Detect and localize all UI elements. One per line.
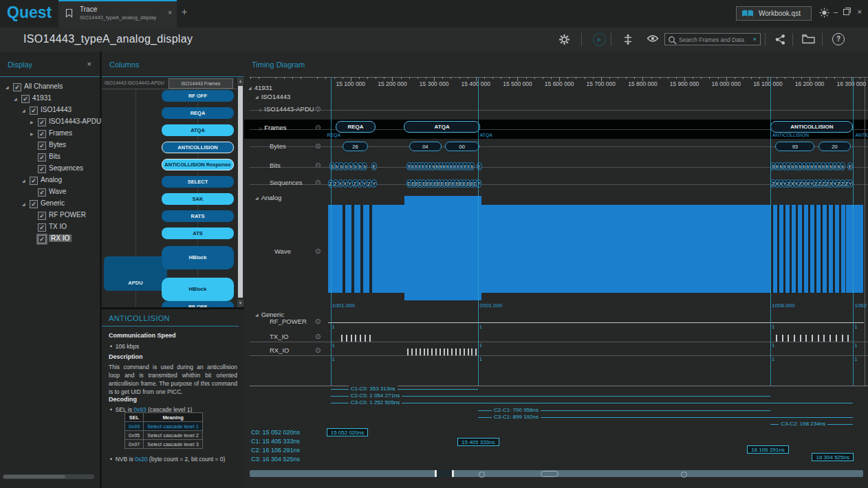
group-analog[interactable]: ◢Analog xyxy=(255,194,281,201)
tree-item-rx-io[interactable]: ✓RX IO xyxy=(0,234,100,245)
cursor-line-c3[interactable] xyxy=(853,78,854,386)
chip-select[interactable]: SELECT xyxy=(162,176,234,188)
theme-icon[interactable] xyxy=(819,8,829,18)
tree-item-all-channels[interactable]: ◢✓All Channels xyxy=(0,82,100,93)
tree-item-wave[interactable]: ✓Wave xyxy=(0,187,100,199)
expander-closed-icon[interactable]: ▶ xyxy=(30,131,34,136)
chip-rf-off[interactable]: RF OFF xyxy=(162,90,234,102)
frame-atqa[interactable]: ATQA xyxy=(404,121,479,133)
help-icon[interactable]: ? xyxy=(832,33,845,45)
expander-closed-icon[interactable]: ▶ xyxy=(30,120,34,124)
checkbox[interactable]: ✓ xyxy=(38,223,46,232)
checkbox[interactable]: ✓ xyxy=(38,212,46,220)
chip-reqa[interactable]: REQA xyxy=(162,107,234,119)
row-label-apdu[interactable]: ▷ ISO14443-APDU xyxy=(259,105,314,113)
display-horizontal-scrollbar[interactable] xyxy=(3,474,94,479)
chip-anticollision-response[interactable]: ANTICOLLISION Response xyxy=(162,159,234,170)
scrollbar-thumb[interactable] xyxy=(238,86,243,298)
tree-item-analog[interactable]: ◢✓Analog xyxy=(0,175,100,187)
tree-item-generic[interactable]: ◢✓Generic xyxy=(0,199,100,210)
row-label-bits[interactable]: Bits xyxy=(270,162,281,169)
row-label-sequences[interactable]: Sequences xyxy=(270,179,303,186)
chip-apdu[interactable]: APDU xyxy=(104,256,167,291)
tree-item-rf-power[interactable]: ✓RF POWER xyxy=(0,210,100,222)
byte-capsule[interactable]: 00 xyxy=(445,142,479,151)
expander-open-icon[interactable]: ◢ xyxy=(22,178,25,183)
group-channel[interactable]: ◢41931 xyxy=(248,84,272,91)
checkbox[interactable]: ✓ xyxy=(38,153,46,162)
expander-open-icon[interactable]: ◢ xyxy=(14,96,17,101)
tree-item-bits[interactable]: ✓Bits xyxy=(0,152,100,164)
search-clear-icon[interactable]: × xyxy=(753,36,757,43)
checkbox[interactable]: ✓ xyxy=(38,142,46,150)
column-header-frames[interactable]: ISO14443 Frames xyxy=(169,78,233,89)
timing-canvas[interactable]: 15 100 00015 200 00015 300 00015 400 000… xyxy=(250,76,868,488)
cursor-line-c0[interactable] xyxy=(331,78,332,386)
tree-item-iso14443-apdu[interactable]: ▶✓ISO14443-APDU xyxy=(0,117,100,129)
visibility-eye-icon[interactable] xyxy=(647,34,659,43)
navigator-handle-circle[interactable] xyxy=(681,472,687,478)
chip-hblock[interactable]: HBlock xyxy=(162,278,234,301)
checkbox[interactable]: ✓ xyxy=(38,235,46,243)
new-tab-button[interactable]: + xyxy=(182,6,187,17)
row-label-rf-power[interactable]: RF_POWER xyxy=(270,318,307,325)
row-label-bytes[interactable]: Bytes xyxy=(270,142,286,150)
tree-item-tx-io[interactable]: ✓TX IO xyxy=(0,222,100,234)
column-header-apdu[interactable]: ISO14443 ISO14443-APDU xyxy=(105,80,164,85)
share-fork-icon[interactable] xyxy=(774,34,786,45)
timeline-navigator[interactable] xyxy=(250,470,863,477)
tab-trace[interactable]: Trace ISO14443_typeA_analog_display × xyxy=(58,0,177,27)
tree-item-iso14443[interactable]: ◢✓ISO14443 xyxy=(0,105,100,117)
close-window-button[interactable]: × xyxy=(858,8,862,16)
checkbox[interactable]: ✓ xyxy=(38,188,46,197)
row-label-tx-io[interactable]: TX_IO xyxy=(270,333,288,340)
frame-reqa[interactable]: REQA xyxy=(336,121,376,133)
group-protocol[interactable]: ◢ISO14443 xyxy=(255,93,290,100)
workbook-button[interactable]: Workbook.qst xyxy=(736,6,812,21)
checkbox[interactable]: ✓ xyxy=(38,118,46,126)
byte-capsule[interactable]: 93 xyxy=(775,142,814,151)
tree-item-bytes[interactable]: ✓Bytes xyxy=(0,140,100,152)
chip-ats[interactable]: ATS xyxy=(162,228,234,239)
display-panel-close-icon[interactable]: × xyxy=(87,60,91,68)
tree-item-frames[interactable]: ▶✓Frames xyxy=(0,129,100,140)
navigator-handle-pill[interactable] xyxy=(541,471,558,477)
restore-button[interactable] xyxy=(843,9,849,15)
cursor-line-c2[interactable] xyxy=(770,78,771,386)
chip-hblock[interactable]: HBlock xyxy=(162,246,234,269)
navigator-window[interactable] xyxy=(435,470,454,477)
frame-anticollision[interactable]: ANTICOLLISION xyxy=(770,121,853,133)
expander-open-icon[interactable]: ◢ xyxy=(22,201,25,206)
checkbox[interactable]: ✓ xyxy=(21,95,30,103)
scroll-up-icon[interactable]: ▲ xyxy=(237,78,243,85)
byte-capsule[interactable]: 20 xyxy=(818,142,850,151)
chip-anticollision[interactable]: ANTICOLLISION xyxy=(162,142,234,153)
checkbox[interactable]: ✓ xyxy=(38,165,46,173)
minimize-button[interactable]: – xyxy=(834,8,838,16)
columns-scrollbar[interactable]: ▲ ▼ xyxy=(237,78,243,307)
checkbox[interactable]: ✓ xyxy=(30,177,38,185)
tree-item-41931[interactable]: ◢✓41931 xyxy=(0,93,100,105)
row-label-frames[interactable]: ▷ Frames xyxy=(259,124,286,131)
search-input[interactable]: Search Frames and Data × xyxy=(664,33,761,45)
checkbox[interactable]: ✓ xyxy=(30,200,38,208)
chip-rats[interactable]: RATS xyxy=(162,210,234,222)
tab-close-icon[interactable]: × xyxy=(168,9,172,16)
checkbox[interactable]: ✓ xyxy=(13,83,21,91)
chip-atqa[interactable]: ATQA xyxy=(162,124,234,136)
chip-rf-off[interactable]: RF OFF xyxy=(162,301,234,307)
checkbox[interactable]: ✓ xyxy=(30,107,38,115)
open-folder-icon[interactable] xyxy=(802,34,815,44)
row-label-rx-io[interactable]: RX_IO xyxy=(270,346,290,354)
byte-capsule[interactable]: 04 xyxy=(409,142,442,151)
expander-open-icon[interactable]: ◢ xyxy=(6,85,9,89)
chip-sak[interactable]: SAK xyxy=(162,193,234,205)
cursor-line-c1[interactable] xyxy=(478,78,479,386)
checkbox[interactable]: ✓ xyxy=(38,130,46,138)
play-icon[interactable]: ▶ xyxy=(593,33,606,46)
navigator-handle-circle[interactable] xyxy=(479,472,485,478)
byte-capsule[interactable]: 26 xyxy=(343,142,369,151)
tree-item-sequences[interactable]: ✓Sequences xyxy=(0,164,100,175)
scroll-down-icon[interactable]: ▼ xyxy=(237,300,243,307)
settings-gear-icon[interactable] xyxy=(558,34,570,45)
